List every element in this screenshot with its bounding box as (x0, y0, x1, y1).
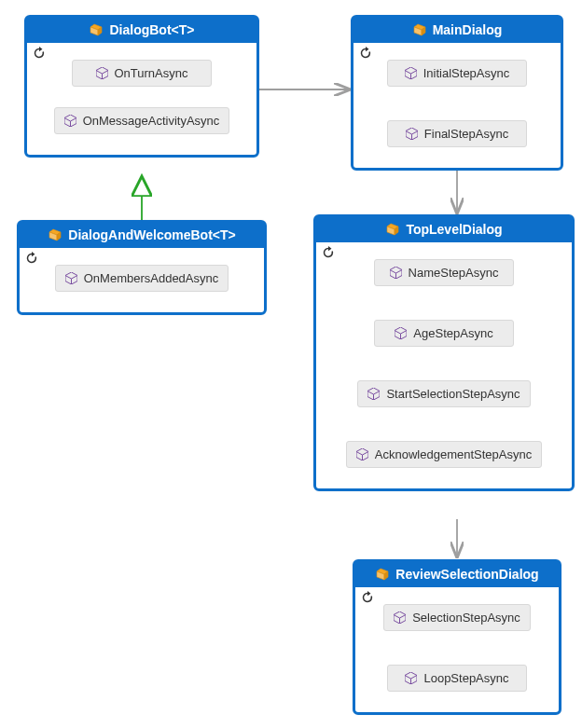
method-label: NameStepAsync (409, 266, 499, 280)
method-label: SelectionStepAsync (412, 611, 520, 625)
method-label: InitialStepAsync (423, 66, 510, 80)
method-label: OnMembersAddedAsync (84, 271, 219, 285)
method-icon (405, 67, 417, 79)
method-onmessageactivityasync[interactable]: OnMessageActivityAsync (54, 107, 230, 134)
method-icon (65, 272, 77, 284)
method-icon (406, 128, 418, 140)
refresh-icon (33, 47, 46, 60)
method-selectionstepasync[interactable]: SelectionStepAsync (383, 604, 531, 631)
class-dialogandwelcomebot[interactable]: DialogAndWelcomeBot<T> OnMembersAddedAsy… (17, 220, 267, 315)
method-label: FinalStepAsync (424, 127, 508, 141)
class-title: DialogAndWelcomeBot<T> (20, 223, 264, 248)
class-icon (375, 567, 390, 582)
class-topleveldialog[interactable]: TopLevelDialog NameStepAsync AgeStepAsyn… (313, 214, 575, 491)
class-title: ReviewSelectionDialog (355, 562, 559, 587)
class-title-text: DialogBot<T> (109, 22, 194, 37)
class-icon (89, 22, 104, 37)
diagram-canvas: DialogBot<T> OnTurnAsync OnMessageActivi… (0, 0, 582, 728)
class-title-text: MainDialog (433, 22, 503, 37)
method-onturnasync[interactable]: OnTurnAsync (72, 60, 212, 87)
method-icon (405, 672, 417, 684)
method-label: OnMessageActivityAsync (83, 114, 220, 128)
refresh-icon (359, 47, 372, 60)
method-agestepasync[interactable]: AgeStepAsync (374, 320, 514, 347)
method-onmembersaddedasync[interactable]: OnMembersAddedAsync (55, 265, 229, 292)
method-acknowledgementstepasync[interactable]: AcknowledgementStepAsync (346, 441, 542, 468)
class-title-text: DialogAndWelcomeBot<T> (68, 227, 235, 242)
method-icon (356, 448, 368, 460)
method-icon (96, 67, 108, 79)
class-dialogbot[interactable]: DialogBot<T> OnTurnAsync OnMessageActivi… (24, 15, 259, 158)
class-icon (48, 227, 62, 242)
refresh-icon (322, 246, 335, 259)
method-label: AcknowledgementStepAsync (375, 447, 532, 461)
class-title: MainDialog (353, 18, 561, 43)
method-label: AgeStepAsync (413, 326, 492, 340)
class-body: OnMembersAddedAsync (20, 248, 264, 312)
method-icon (394, 611, 406, 624)
method-icon (367, 388, 380, 400)
method-icon (64, 115, 76, 127)
method-label: OnTurnAsync (115, 66, 188, 80)
method-icon (390, 267, 402, 279)
class-title-text: TopLevelDialog (406, 222, 502, 237)
class-title: TopLevelDialog (316, 217, 572, 242)
class-body: NameStepAsync AgeStepAsync StartSelectio… (316, 242, 572, 488)
method-startselectionstepasync[interactable]: StartSelectionStepAsync (357, 380, 530, 407)
refresh-icon (25, 252, 38, 265)
class-body: SelectionStepAsync LoopStepAsync (355, 587, 559, 712)
class-icon (412, 22, 427, 37)
method-icon (395, 327, 407, 339)
refresh-icon (361, 591, 374, 604)
class-maindialog[interactable]: MainDialog InitialStepAsync FinalStepAsy… (351, 15, 563, 171)
class-title-text: ReviewSelectionDialog (395, 567, 538, 582)
class-icon (385, 222, 400, 237)
method-label: StartSelectionStepAsync (386, 387, 520, 401)
method-namestepasync[interactable]: NameStepAsync (374, 259, 514, 286)
method-finalstepasync[interactable]: FinalStepAsync (387, 120, 527, 147)
class-title: DialogBot<T> (27, 18, 256, 43)
method-loopstepasync[interactable]: LoopStepAsync (387, 665, 527, 692)
method-initialstepasync[interactable]: InitialStepAsync (387, 60, 527, 87)
class-reviewselectiondialog[interactable]: ReviewSelectionDialog SelectionStepAsync… (353, 559, 561, 715)
class-body: OnTurnAsync OnMessageActivityAsync (27, 43, 256, 155)
method-label: LoopStepAsync (423, 671, 508, 685)
class-body: InitialStepAsync FinalStepAsync (353, 43, 561, 168)
